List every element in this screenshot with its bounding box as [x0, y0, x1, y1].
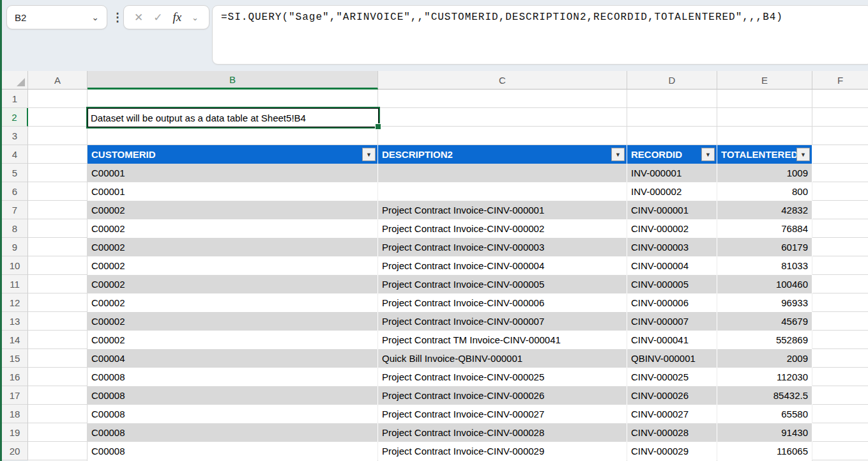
cell-recordid[interactable]: QBINV-000001: [627, 349, 717, 368]
row-header-9[interactable]: 9: [2, 238, 28, 256]
cell-description2[interactable]: Project Contract Invoice-CINV-000003: [378, 238, 627, 256]
cell-totalentered[interactable]: 85432.5: [717, 386, 812, 405]
cell-customerid[interactable]: C00001: [88, 164, 378, 182]
cell-recordid[interactable]: CINV-000003: [627, 238, 717, 256]
cell-recordid[interactable]: INV-000002: [627, 182, 717, 201]
cell-description2[interactable]: Project Contract Invoice-CINV-000005: [378, 275, 627, 293]
cell-description2[interactable]: Project Contract Invoice-CINV-000029: [378, 442, 627, 460]
row-header-10[interactable]: 10: [2, 256, 28, 275]
cell-customerid[interactable]: C00008: [88, 442, 378, 460]
cell-recordid[interactable]: CINV-000029: [627, 442, 717, 460]
cell-recordid[interactable]: CINV-000002: [627, 219, 717, 238]
row-header-13[interactable]: 13: [2, 312, 28, 331]
cell-totalentered[interactable]: 112030: [717, 368, 812, 386]
cancel-icon[interactable]: ✕: [134, 11, 143, 24]
row-header-3[interactable]: 3: [2, 127, 28, 145]
cell-customerid[interactable]: C00002: [88, 275, 378, 293]
cell-recordid[interactable]: CINV-000007: [627, 312, 717, 331]
column-header-d[interactable]: D: [627, 71, 717, 90]
cell-totalentered[interactable]: 42832: [717, 201, 812, 219]
filter-button-description2[interactable]: ▼: [611, 148, 625, 161]
row-header-12[interactable]: 12: [2, 293, 28, 312]
row-header-1[interactable]: 1: [2, 90, 28, 108]
cell-totalentered[interactable]: 100460: [717, 275, 812, 293]
cell-description2[interactable]: Project Contract Invoice-CINV-000006: [378, 293, 627, 312]
cell-description2[interactable]: Project Contract Invoice-CINV-000028: [378, 423, 627, 442]
row-header-5[interactable]: 5: [2, 164, 28, 182]
cell-recordid[interactable]: CINV-000025: [627, 368, 717, 386]
cell-totalentered[interactable]: 552869: [717, 331, 812, 349]
cell-recordid[interactable]: INV-000001: [627, 164, 717, 182]
row-header-7[interactable]: 7: [2, 201, 28, 219]
cell-description2[interactable]: Project Contract Invoice-CINV-000004: [378, 256, 627, 275]
cell-description2[interactable]: Project Contract Invoice-CINV-000007: [378, 312, 627, 331]
cell-totalentered[interactable]: 1009: [717, 164, 812, 182]
row-header-2[interactable]: 2: [2, 108, 28, 127]
cell-recordid[interactable]: CINV-000005: [627, 275, 717, 293]
cell-totalentered[interactable]: 800: [717, 182, 812, 201]
chevron-down-icon[interactable]: ⌄: [192, 13, 199, 22]
column-header-c[interactable]: C: [378, 71, 627, 90]
cell-description2[interactable]: Project Contract TM Invoice-CINV-000041: [378, 331, 627, 349]
filter-button-recordid[interactable]: ▼: [701, 148, 715, 161]
selected-cell-b2[interactable]: Dataset will be output as a data table a…: [88, 108, 379, 127]
row-header-8[interactable]: 8: [2, 219, 28, 238]
row-header-18[interactable]: 18: [2, 405, 28, 423]
insert-function-icon[interactable]: fx: [172, 10, 181, 24]
cell-totalentered[interactable]: 60179: [717, 238, 812, 256]
cell-customerid[interactable]: C00002: [88, 201, 378, 219]
cell-description2[interactable]: Project Contract Invoice-CINV-000026: [378, 386, 627, 405]
table-header-totalentered[interactable]: TOTALENTERED ▼: [717, 145, 812, 164]
cell-totalentered[interactable]: 65580: [717, 405, 812, 423]
cell-recordid[interactable]: CINV-000041: [627, 331, 717, 349]
cell-customerid[interactable]: C00008: [88, 368, 378, 386]
cell-customerid[interactable]: C00002: [88, 331, 378, 349]
cell-totalentered[interactable]: 81033: [717, 256, 812, 275]
cell-customerid[interactable]: C00002: [88, 256, 378, 275]
filter-button-totalentered[interactable]: ▼: [796, 148, 810, 161]
enter-icon[interactable]: ✓: [153, 11, 162, 24]
row-header-20[interactable]: 20: [2, 442, 28, 460]
row-header-17[interactable]: 17: [2, 386, 28, 405]
cell-customerid[interactable]: C00002: [88, 312, 378, 331]
row-header-19[interactable]: 19: [2, 423, 28, 442]
cell-customerid[interactable]: C00008: [88, 423, 378, 442]
row-header-14[interactable]: 14: [2, 331, 28, 349]
cell-totalentered[interactable]: 91430: [717, 423, 812, 442]
cell-totalentered[interactable]: 2009: [717, 349, 812, 368]
column-header-b[interactable]: B: [88, 71, 378, 90]
table-header-customerid[interactable]: CUSTOMERID ▼: [88, 145, 378, 164]
cell-description2[interactable]: Project Contract Invoice-CINV-000002: [378, 219, 627, 238]
column-header-a[interactable]: A: [28, 71, 88, 90]
column-header-f[interactable]: F: [812, 71, 868, 90]
row-header-15[interactable]: 15: [2, 349, 28, 368]
filter-button-customerid[interactable]: ▼: [362, 148, 376, 161]
cell-description2[interactable]: Project Contract Invoice-CINV-000001: [378, 201, 627, 219]
row-header-6[interactable]: 6: [2, 182, 28, 201]
cell-recordid[interactable]: CINV-000026: [627, 386, 717, 405]
cell-totalentered[interactable]: 45679: [717, 312, 812, 331]
cell-customerid[interactable]: C00002: [88, 293, 378, 312]
cell-customerid[interactable]: C00004: [88, 349, 378, 368]
row-header-16[interactable]: 16: [2, 368, 28, 386]
table-header-description2[interactable]: DESCRIPTION2 ▼: [378, 145, 627, 164]
formula-text[interactable]: =SI.QUERY("Sage","ARINVOICE",,"CUSTOMERI…: [213, 6, 868, 29]
cell-description2[interactable]: Quick Bill Invoice-QBINV-000001: [378, 349, 627, 368]
cell-customerid[interactable]: C00008: [88, 405, 378, 423]
cell-description2[interactable]: Project Contract Invoice-CINV-000025: [378, 368, 627, 386]
cell-customerid[interactable]: C00002: [88, 238, 378, 256]
cell-totalentered[interactable]: 116065: [717, 442, 812, 460]
fill-handle[interactable]: [375, 123, 381, 130]
drag-handle-icon[interactable]: ⋮: [112, 9, 123, 26]
cell-customerid[interactable]: C00002: [88, 219, 378, 238]
cell-recordid[interactable]: CINV-000004: [627, 256, 717, 275]
cell-customerid[interactable]: C00001: [88, 182, 378, 201]
cell-recordid[interactable]: CINV-000028: [627, 423, 717, 442]
row-header-11[interactable]: 11: [2, 275, 28, 293]
name-box[interactable]: B2 ⌄: [6, 5, 107, 29]
formula-bar[interactable]: =SI.QUERY("Sage","ARINVOICE",,"CUSTOMERI…: [212, 5, 868, 65]
cell-description2[interactable]: [378, 164, 627, 182]
column-header-e[interactable]: E: [717, 71, 812, 90]
cell-recordid[interactable]: CINV-000006: [627, 293, 717, 312]
select-all-corner[interactable]: [2, 71, 28, 90]
